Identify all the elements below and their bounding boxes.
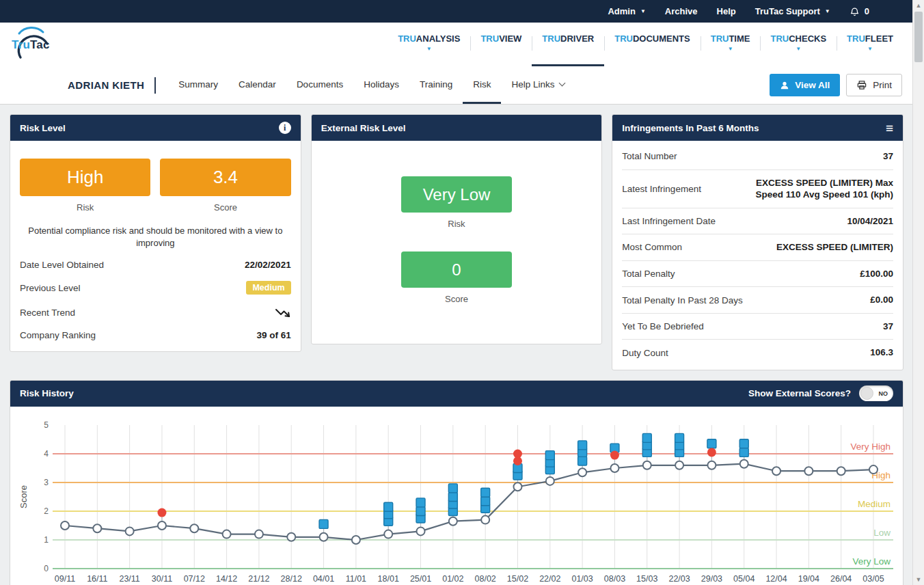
tab-truchecks[interactable]: TRUCHECKS ▼	[760, 23, 837, 66]
help-link[interactable]: Help	[717, 6, 736, 16]
vertical-scrollbar[interactable]: ▲ ▼	[912, 0, 924, 585]
row-label: Yet To Be Debriefed	[622, 321, 703, 331]
tab-trudriver[interactable]: TRUDRIVER	[532, 23, 604, 66]
row-label: Total Penalty In Past 28 Days	[622, 295, 742, 305]
bell-icon	[850, 6, 860, 17]
external-risk-tile: Very Low	[401, 176, 512, 213]
info-icon[interactable]: i	[279, 122, 291, 134]
row-value: £0.00	[870, 294, 893, 306]
scrollbar-thumb[interactable]	[914, 12, 923, 62]
risk-tile-label: Risk	[20, 202, 150, 213]
svg-text:15/03: 15/03	[636, 574, 657, 584]
svg-text:Very Low: Very Low	[852, 556, 891, 567]
svg-text:25/01: 25/01	[410, 574, 431, 584]
row-value: 37	[883, 150, 893, 163]
tab-truview[interactable]: TRUVIEW	[470, 23, 532, 66]
svg-text:Score: Score	[18, 485, 29, 508]
svg-text:Low: Low	[873, 528, 891, 538]
svg-text:23/11: 23/11	[119, 574, 139, 584]
svg-text:08/03: 08/03	[604, 574, 625, 584]
notification-count: 0	[865, 6, 869, 16]
scroll-down-arrow-icon[interactable]: ▼	[913, 576, 924, 583]
tab-calendar[interactable]: Calendar	[228, 66, 286, 104]
svg-text:14/12: 14/12	[216, 574, 237, 584]
table-row: Latest Infringement EXCESS SPEED (LIMITE…	[622, 170, 893, 208]
risk-score-tile: 3.4	[160, 159, 290, 196]
svg-text:5: 5	[44, 420, 49, 430]
risk-history-chart-area: 09/1116/1123/1130/1107/1214/1221/1228/12…	[10, 407, 903, 585]
support-menu[interactable]: TruTac Support ▼	[755, 6, 830, 16]
tab-trutime[interactable]: TRUTIME ▼	[701, 23, 761, 66]
risk-history-chart: 09/1116/1123/1130/1107/1214/1221/1228/12…	[10, 410, 903, 585]
svg-text:3: 3	[44, 478, 49, 487]
company-ranking-label: Company Ranking	[20, 330, 96, 340]
notifications-button[interactable]: 0	[850, 6, 869, 17]
scroll-up-arrow-icon[interactable]: ▲	[913, 2, 924, 9]
tab-documents[interactable]: Documents	[286, 66, 353, 104]
external-score-tile: 0	[401, 251, 512, 288]
tab-trudocuments[interactable]: TRUDOCUMENTS	[604, 23, 701, 66]
admin-menu[interactable]: Admin ▼	[608, 6, 645, 16]
app-header: TruTac TRUANALYSIS ▼ TRUVIEW TRUDRIVER T…	[0, 23, 924, 66]
risk-history-card-header: Risk History Show External Scores? NO	[10, 381, 903, 407]
svg-text:15/02: 15/02	[507, 574, 528, 584]
date-level-obtained-label: Date Level Obtained	[20, 260, 104, 270]
trutac-logo[interactable]: TruTac	[10, 25, 55, 64]
row-label: Most Common	[622, 242, 682, 252]
tab-holidays[interactable]: Holidays	[353, 66, 409, 104]
svg-text:1: 1	[44, 535, 49, 545]
sub-tabs: Summary Calendar Documents Holidays Trai…	[168, 66, 574, 104]
archive-link[interactable]: Archive	[665, 6, 698, 16]
recent-trend-label: Recent Trend	[20, 308, 75, 318]
svg-text:22/03: 22/03	[668, 574, 690, 584]
utility-bar: Admin ▼ Archive Help TruTac Support ▼ 0	[0, 0, 924, 23]
driver-sub-nav: ADRIAN KIETH Summary Calendar Documents …	[0, 66, 924, 105]
svg-text:2: 2	[44, 506, 49, 516]
infringements-card-body: Total Number 37 Latest Infringement EXCE…	[612, 141, 903, 370]
toggle-knob	[860, 387, 873, 400]
svg-text:08/02: 08/02	[475, 574, 496, 584]
risk-history-card: Risk History Show External Scores? NO 09…	[10, 380, 903, 585]
risk-level-card-header: Risk Level i	[10, 115, 301, 141]
tab-summary[interactable]: Summary	[168, 66, 228, 104]
archive-label: Archive	[665, 6, 698, 16]
company-ranking-value: 39 of 61	[256, 330, 290, 340]
row-value: 106.3	[870, 346, 893, 359]
tab-risk[interactable]: Risk	[463, 66, 501, 104]
toggle-state: NO	[879, 390, 888, 397]
tab-help-links[interactable]: Help Links	[501, 66, 574, 104]
logo-text: TruTac	[12, 38, 50, 52]
external-risk-card-header: External Risk Level	[312, 115, 602, 141]
row-value: 10/04/2021	[847, 215, 893, 228]
card-title: External Risk Level	[321, 123, 406, 133]
print-button[interactable]: Print	[846, 74, 902, 96]
svg-text:29/03: 29/03	[701, 574, 722, 584]
show-external-scores-toggle[interactable]: NO	[859, 385, 893, 401]
main-nav: TRUANALYSIS ▼ TRUVIEW TRUDRIVER TRUDOCUM…	[388, 23, 903, 66]
svg-text:26/04: 26/04	[830, 574, 852, 584]
chevron-down-icon: ▼	[640, 9, 646, 14]
external-risk-tile-label: Risk	[448, 219, 465, 229]
table-row: Last Infringement Date 10/04/2021	[622, 208, 893, 235]
tab-training[interactable]: Training	[409, 66, 463, 104]
card-title: Risk Level	[20, 123, 66, 133]
svg-text:01/03: 01/03	[571, 574, 593, 584]
external-scores-toggle-group: Show External Scores? NO	[748, 385, 893, 401]
tab-trufleet[interactable]: TRUFLEET ▼	[837, 23, 903, 66]
chevron-down-icon	[558, 79, 565, 86]
svg-text:07/12: 07/12	[184, 574, 205, 584]
row-label: Latest Infringement	[622, 184, 701, 194]
hamburger-menu-icon[interactable]: ≡	[886, 122, 893, 135]
row-label: Total Penalty	[622, 269, 675, 279]
view-all-button[interactable]: View All	[770, 74, 840, 96]
svg-text:Very High: Very High	[850, 441, 891, 452]
svg-text:04/01: 04/01	[313, 574, 334, 584]
svg-text:22/02: 22/02	[539, 574, 560, 584]
svg-text:4: 4	[44, 449, 49, 459]
table-row: Total Number 37	[622, 144, 893, 170]
admin-label: Admin	[608, 6, 635, 16]
risk-level-tile: High	[20, 159, 150, 196]
driver-name: ADRIAN KIETH	[68, 66, 144, 104]
tab-truanalysis[interactable]: TRUANALYSIS ▼	[388, 23, 470, 66]
table-row: Total Penalty In Past 28 Days £0.00	[622, 287, 893, 314]
